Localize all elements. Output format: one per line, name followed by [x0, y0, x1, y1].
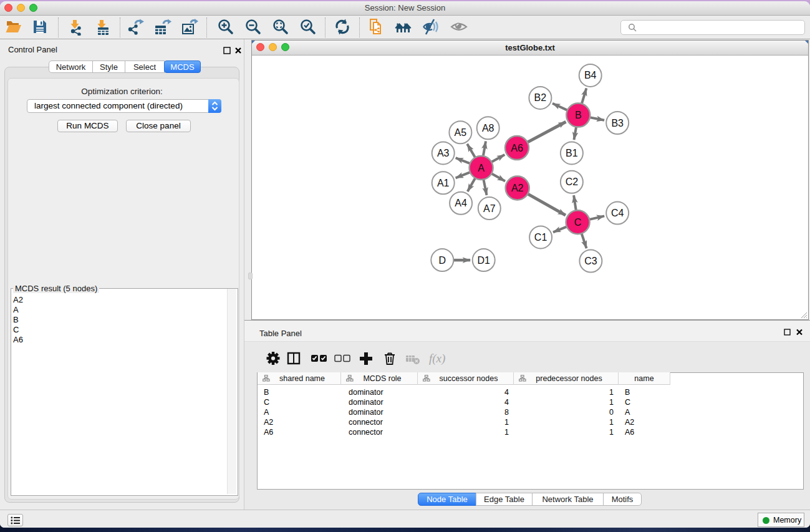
- svg-text:B: B: [575, 110, 582, 120]
- svg-text:A3: A3: [437, 148, 450, 158]
- svg-text:A: A: [478, 163, 485, 173]
- svg-text:C2: C2: [566, 177, 579, 187]
- svg-text:A1: A1: [437, 178, 450, 188]
- svg-text:B2: B2: [534, 92, 547, 103]
- svg-text:A4: A4: [455, 198, 467, 208]
- svg-text:A6: A6: [511, 143, 523, 153]
- svg-text:A5: A5: [455, 127, 467, 138]
- svg-text:C4: C4: [611, 208, 624, 218]
- svg-text:B4: B4: [584, 70, 597, 80]
- svg-text:C: C: [574, 217, 582, 228]
- svg-text:B1: B1: [566, 148, 578, 158]
- svg-text:D1: D1: [477, 255, 490, 266]
- svg-text:A7: A7: [483, 203, 496, 214]
- svg-text:A8: A8: [482, 123, 494, 133]
- svg-text:B3: B3: [611, 118, 624, 128]
- svg-text:D: D: [439, 255, 446, 266]
- svg-text:A2: A2: [511, 183, 524, 193]
- svg-text:f(x): f(x): [429, 352, 445, 365]
- svg-text:C1: C1: [534, 232, 547, 243]
- svg-text:C3: C3: [584, 256, 597, 266]
